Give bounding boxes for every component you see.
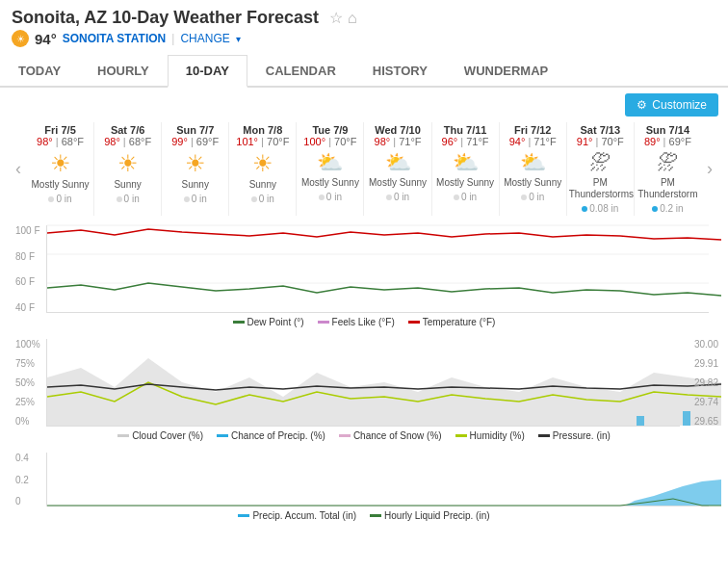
day-desc: Mostly Sunny	[366, 177, 429, 189]
legend-swatch	[238, 514, 249, 517]
station-name[interactable]: SONOITA STATION	[63, 32, 167, 45]
header: Sonoita, AZ 10-Day Weather Forecast ☆ ⌂ …	[0, 0, 728, 51]
day-temps: 101° | 70°F	[231, 136, 294, 147]
day-temps: 99° | 69°F	[164, 136, 226, 147]
chart2-area: 100% 75% 50% 25% 0% 30.00 29.91 29.82 29…	[0, 335, 728, 449]
current-temp: 94°	[35, 31, 57, 47]
tab-calendar[interactable]: CALENDAR	[247, 55, 354, 86]
day-low: 70°F	[334, 136, 356, 147]
precip-dot	[521, 195, 527, 200]
day-high: 100°	[303, 136, 325, 147]
day-low: 69°F	[669, 136, 691, 147]
precip-val: 0 in	[56, 194, 71, 204]
customize-button[interactable]: ⚙ Customize	[625, 93, 718, 117]
tab-10day[interactable]: 10-DAY	[168, 55, 247, 88]
legend-label: Cloud Cover (%)	[132, 430, 203, 441]
legend-swatch	[408, 321, 420, 324]
dropdown-arrow-icon[interactable]: ▾	[236, 34, 241, 44]
day-precip: 0 in	[29, 194, 91, 204]
legend-label: Pressure. (in)	[553, 430, 611, 441]
day-date: Sat 7/13	[569, 124, 632, 136]
day-high: 101°	[236, 136, 258, 147]
day-col-4[interactable]: Tue 7/9 100° | 70°F ⛅ Mostly Sunny 0 in	[297, 122, 364, 216]
day-precip: 0.08 in	[569, 203, 632, 214]
tab-wundermap[interactable]: WUNDERMAP	[446, 55, 566, 86]
day-col-8[interactable]: Sat 7/13 91° | 70°F ⛈ PM Thunderstorms 0…	[567, 122, 635, 216]
day-high: 98°	[104, 136, 120, 147]
day-col-1[interactable]: Sat 7/6 98° | 68°F ☀ Sunny 0 in	[94, 122, 162, 216]
day-col-7[interactable]: Fri 7/12 94° | 71°F ⛅ Mostly Sunny 0 in	[500, 122, 567, 216]
day-temps: 98° | 68°F	[29, 136, 91, 147]
day-desc: PM Thunderstorm	[637, 177, 699, 200]
day-icon: ⛅	[366, 150, 429, 175]
day-col-0[interactable]: Fri 7/5 98° | 68°F ☀ Mostly Sunny 0 in	[27, 122, 94, 216]
day-temps: 94° | 71°F	[502, 136, 564, 147]
day-col-3[interactable]: Mon 7/8 101° | 70°F ☀ Sunny 0 in	[229, 122, 297, 216]
day-date: Sat 7/6	[96, 124, 159, 136]
legend-swatch	[233, 321, 245, 324]
legend-label: Dew Point (°)	[247, 317, 304, 327]
day-date: Fri 7/5	[29, 124, 91, 136]
day-date: Mon 7/8	[231, 124, 294, 136]
legend-item: Hourly Liquid Precip. (in)	[370, 510, 490, 521]
prev-arrow[interactable]: ‹	[10, 122, 27, 216]
nav-tabs: TODAY HOURLY 10-DAY CALENDAR HISTORY WUN…	[0, 55, 728, 88]
precip-val: 0 in	[461, 192, 477, 202]
forecast-area: ⚙ Customize ‹ Fri 7/5 98° | 68°F ☀ Mostl…	[0, 88, 728, 221]
change-link[interactable]: CHANGE	[180, 32, 229, 45]
day-date: Wed 7/10	[366, 124, 429, 136]
chart1-y-labels: 100 F 80 F 60 F 40 F	[15, 225, 40, 313]
legend-swatch	[217, 434, 228, 437]
precip-val: 0.2 in	[660, 203, 683, 214]
precip-dot	[48, 196, 54, 202]
day-desc: PM Thunderstorms	[569, 177, 632, 200]
day-icon: ☀	[231, 150, 294, 177]
day-icon: ⛅	[299, 150, 361, 175]
day-col-6[interactable]: Thu 7/11 96° | 71°F ⛅ Mostly Sunny 0 in	[432, 122, 500, 216]
day-high: 91°	[577, 136, 593, 147]
legend-label: Chance of Precip. (%)	[231, 430, 325, 441]
precip-dot	[454, 195, 459, 200]
day-temps: 100° | 70°F	[299, 136, 361, 147]
day-col-2[interactable]: Sun 7/7 99° | 69°F ☀ Sunny 0 in	[162, 122, 229, 216]
legend-label: Temperature (°F)	[423, 317, 496, 327]
day-desc: Sunny	[164, 179, 226, 191]
sun-badge: ☀	[12, 30, 29, 47]
legend-swatch	[370, 514, 381, 517]
days-container: ‹ Fri 7/5 98° | 68°F ☀ Mostly Sunny 0 in…	[10, 122, 718, 216]
precip-dot	[582, 206, 587, 212]
day-desc: Mostly Sunny	[29, 179, 91, 191]
day-col-9[interactable]: Sun 7/14 89° | 69°F ⛈ PM Thunderstorm 0.…	[635, 122, 701, 216]
chart3-legend: Precip. Accum. Total (in)Hourly Liquid P…	[10, 510, 718, 521]
chart2-svg	[46, 339, 680, 427]
day-precip: 0 in	[366, 192, 429, 202]
chart3-y-labels: 0.4 0.2 0	[15, 453, 29, 506]
day-date: Sun 7/7	[164, 124, 226, 136]
legend-item: Temperature (°F)	[408, 317, 496, 327]
title-row: Sonoita, AZ 10-Day Weather Forecast ☆ ⌂	[12, 8, 716, 28]
next-arrow[interactable]: ›	[701, 122, 718, 216]
chart2-y-right: 30.00 29.91 29.82 29.74 29.65	[694, 339, 718, 427]
precip-val: 0 in	[529, 192, 544, 202]
day-precip: 0.2 in	[637, 203, 699, 214]
day-icon: ⛅	[502, 150, 564, 175]
day-icon: ☀	[29, 150, 91, 177]
precip-val: 0 in	[326, 192, 342, 202]
days-scroll: Fri 7/5 98° | 68°F ☀ Mostly Sunny 0 in S…	[27, 122, 701, 216]
legend-item: Chance of Precip. (%)	[217, 430, 325, 441]
day-low: 70°F	[601, 136, 623, 147]
day-high: 96°	[442, 136, 458, 147]
svg-marker-6	[47, 480, 721, 506]
precip-dot	[652, 206, 658, 212]
tab-hourly[interactable]: HOURLY	[79, 55, 168, 86]
chart1-area: 100 F 80 F 60 F 40 F Dew Point (°)Feels …	[0, 221, 728, 335]
tab-history[interactable]: HISTORY	[354, 55, 446, 86]
legend-item: Humidity (%)	[455, 430, 525, 441]
svg-rect-4	[637, 416, 644, 426]
day-desc: Sunny	[96, 179, 159, 191]
legend-label: Chance of Snow (%)	[353, 430, 442, 441]
legend-swatch	[318, 321, 329, 324]
day-col-5[interactable]: Wed 7/10 98° | 71°F ⛅ Mostly Sunny 0 in	[364, 122, 431, 216]
tab-today[interactable]: TODAY	[0, 55, 79, 86]
day-icon: ☀	[96, 150, 159, 177]
